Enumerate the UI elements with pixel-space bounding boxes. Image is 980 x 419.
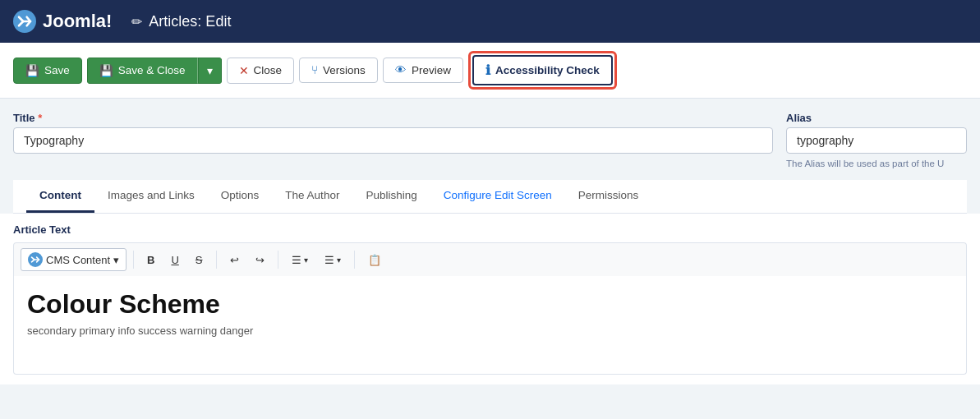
- editor-separator-2: [216, 251, 217, 269]
- bold-button[interactable]: B: [140, 250, 161, 270]
- versions-button[interactable]: ⑂ Versions: [299, 58, 378, 83]
- form-row-title-alias: Title * Alias The Alias will be used as …: [13, 112, 967, 168]
- form-area: Title * Alias The Alias will be used as …: [0, 99, 980, 214]
- cms-content-label: CMS Content: [46, 254, 110, 266]
- editor-content[interactable]: Colour Scheme secondary primary info suc…: [13, 276, 967, 375]
- save-close-icon: 💾: [99, 64, 113, 77]
- redo-button[interactable]: ↪: [249, 250, 271, 270]
- accessibility-label: Accessibility Check: [495, 64, 600, 76]
- alias-label: Alias: [786, 112, 967, 124]
- underline-button[interactable]: U: [164, 250, 185, 270]
- editor-separator-3: [278, 251, 278, 269]
- pencil-icon: ✏: [131, 14, 142, 30]
- bullet-list-button[interactable]: ☰ ▾: [285, 250, 315, 270]
- title-input[interactable]: [13, 127, 773, 154]
- save-close-label: Save & Close: [118, 64, 186, 76]
- save-dropdown-button[interactable]: ▾: [198, 58, 222, 84]
- cms-content-dropdown[interactable]: CMS Content ▾: [21, 248, 127, 271]
- required-star: *: [38, 112, 42, 124]
- numbered-chevron-icon: ▾: [337, 256, 341, 265]
- logo-text: Joomla!: [43, 11, 112, 32]
- tab-options[interactable]: Options: [208, 180, 273, 213]
- versions-label: Versions: [323, 64, 366, 76]
- x-icon: ✕: [239, 64, 249, 77]
- joomla-logo[interactable]: Joomla!: [13, 10, 112, 33]
- alias-group: Alias The Alias will be used as part of …: [786, 112, 967, 168]
- bold-icon: B: [147, 254, 154, 266]
- toolbar: 💾 Save 💾 Save & Close ▾ ✕ Close ⑂ Versio…: [0, 43, 980, 99]
- title-label: Title *: [13, 112, 773, 124]
- save-close-group: 💾 Save & Close ▾: [87, 58, 222, 84]
- alias-hint: The Alias will be used as part of the U: [786, 159, 967, 168]
- info-icon: ℹ: [485, 62, 490, 78]
- paste-button[interactable]: 📋: [361, 250, 388, 270]
- tabs-bar: Content Images and Links Options The Aut…: [13, 180, 967, 214]
- close-button[interactable]: ✕ Close: [227, 58, 295, 84]
- versions-icon: ⑂: [311, 64, 318, 76]
- numbered-list-icon: ☰: [324, 254, 334, 266]
- preview-button[interactable]: 👁 Preview: [383, 58, 463, 83]
- tab-content[interactable]: Content: [26, 180, 94, 213]
- undo-button[interactable]: ↩: [223, 250, 246, 270]
- save-label: Save: [44, 64, 70, 76]
- strikethrough-icon: S: [196, 254, 203, 266]
- redo-icon: ↪: [255, 254, 265, 266]
- save-close-button[interactable]: 💾 Save & Close: [87, 58, 198, 84]
- page-title: Articles: Edit: [149, 13, 231, 30]
- save-button[interactable]: 💾 Save: [13, 58, 82, 84]
- title-group: Title *: [13, 112, 773, 154]
- close-label: Close: [254, 64, 283, 76]
- cms-chevron-icon: ▾: [113, 254, 119, 266]
- tab-images-links[interactable]: Images and Links: [94, 180, 208, 213]
- article-text-label: Article Text: [13, 223, 967, 236]
- bullet-list-icon: ☰: [292, 254, 301, 266]
- accessibility-highlight: ℹ Accessibility Check: [468, 51, 617, 90]
- editor-separator-4: [354, 251, 355, 269]
- bullet-chevron-icon: ▾: [304, 256, 308, 265]
- accessibility-check-button[interactable]: ℹ Accessibility Check: [472, 55, 613, 85]
- chevron-down-icon: ▾: [207, 64, 213, 77]
- eye-icon: 👁: [395, 64, 407, 76]
- tab-publishing[interactable]: Publishing: [352, 180, 430, 213]
- preview-label: Preview: [412, 64, 451, 76]
- paste-icon: 📋: [368, 254, 381, 266]
- tab-configure-edit-screen[interactable]: Configure Edit Screen: [430, 180, 565, 213]
- editor-separator-1: [133, 251, 134, 269]
- editor-heading: Colour Scheme: [27, 289, 953, 320]
- joomla-small-icon: [28, 252, 43, 267]
- numbered-list-button[interactable]: ☰ ▾: [318, 250, 347, 270]
- tab-the-author[interactable]: The Author: [272, 180, 352, 213]
- page-title-bar: ✏ Articles: Edit: [131, 13, 231, 30]
- underline-icon: U: [171, 254, 178, 266]
- tab-permissions[interactable]: Permissions: [565, 180, 652, 213]
- editor-toolbar: CMS Content ▾ B U S ↩ ↪ ☰ ▾ ☰ ▾: [13, 242, 967, 276]
- top-navigation: Joomla! ✏ Articles: Edit: [0, 0, 980, 43]
- undo-icon: ↩: [230, 254, 239, 266]
- alias-input[interactable]: [786, 127, 967, 154]
- editor-subtext: secondary primary info success warning d…: [27, 325, 953, 337]
- strikethrough-button[interactable]: S: [189, 250, 209, 270]
- editor-area: Article Text CMS Content ▾ B U S ↩: [0, 214, 980, 384]
- save-icon: 💾: [25, 64, 39, 77]
